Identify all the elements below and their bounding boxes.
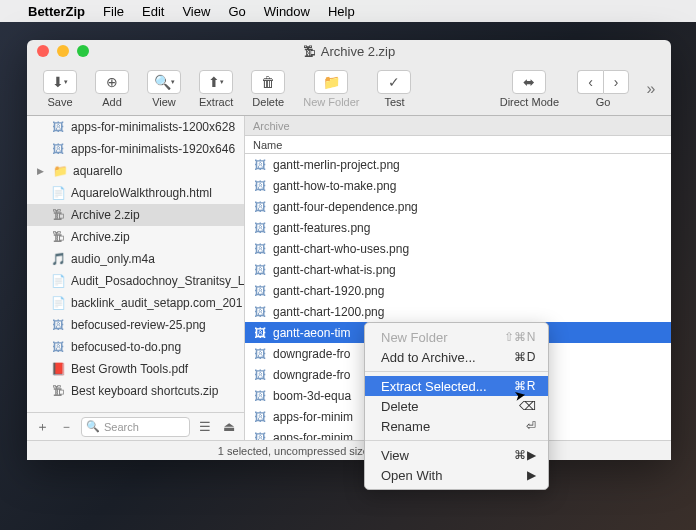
sidebar-item-label: Best keyboard shortcuts.zip bbox=[71, 384, 218, 398]
img-icon: 🖼 bbox=[51, 142, 65, 156]
sidebar-item-label: befocused-review-25.png bbox=[71, 318, 206, 332]
image-icon: 🖼 bbox=[253, 431, 267, 441]
sidebar-item[interactable]: 🗜Best keyboard shortcuts.zip bbox=[27, 380, 244, 402]
sidebar-item[interactable]: 📕Best Growth Tools.pdf bbox=[27, 358, 244, 380]
sidebar-item[interactable]: 📄backlink_audit_setapp.com_201 bbox=[27, 292, 244, 314]
search-input[interactable]: 🔍Search bbox=[81, 417, 190, 437]
window-menu[interactable]: Window bbox=[264, 4, 310, 19]
sidebar-filelist[interactable]: 🖼apps-for-minimalists-1200x628🖼apps-for-… bbox=[27, 116, 244, 412]
sidebar-item-label: Archive.zip bbox=[71, 230, 130, 244]
file-name-label: downgrade-fro bbox=[273, 368, 350, 382]
sidebar-item[interactable]: 🎵audio_only.m4a bbox=[27, 248, 244, 270]
search-icon: 🔍 bbox=[86, 420, 100, 433]
zip-icon: 🗜 bbox=[51, 208, 65, 222]
test-button[interactable]: ✓Test bbox=[369, 68, 419, 110]
file-name-label: gantt-chart-who-uses.png bbox=[273, 242, 409, 256]
add-item-button[interactable]: ＋ bbox=[33, 418, 51, 436]
sidebar-item-label: audio_only.m4a bbox=[71, 252, 155, 266]
delete-button[interactable]: 🗑Delete bbox=[243, 68, 293, 110]
image-icon: 🖼 bbox=[253, 179, 267, 193]
path-bar[interactable]: Archive bbox=[245, 116, 671, 136]
save-button[interactable]: ⬇▾Save bbox=[35, 68, 85, 110]
image-icon: 🖼 bbox=[253, 263, 267, 277]
sidebar-footer: ＋ － 🔍Search ☰ ⏏ bbox=[27, 412, 244, 440]
zoom-button[interactable] bbox=[77, 45, 89, 57]
image-icon: 🖼 bbox=[253, 158, 267, 172]
image-icon: 🖼 bbox=[253, 389, 267, 403]
pdf-icon: 📕 bbox=[51, 362, 65, 376]
column-header-name[interactable]: Name bbox=[245, 136, 671, 154]
img-icon: 🖼 bbox=[51, 120, 65, 134]
file-row[interactable]: 🖼gantt-features.png bbox=[245, 217, 671, 238]
zip-icon: 🗜 bbox=[303, 44, 316, 59]
sidebar-item[interactable]: 📄Audit_Posadochnoy_Stranitsy_L bbox=[27, 270, 244, 292]
file-menu[interactable]: File bbox=[103, 4, 124, 19]
file-name-label: apps-for-minim bbox=[273, 431, 353, 441]
ctx-open-with[interactable]: Open With▶ bbox=[365, 465, 548, 485]
image-icon: 🖼 bbox=[253, 221, 267, 235]
ctx-delete[interactable]: Delete⌫ bbox=[365, 396, 548, 416]
file-name-label: downgrade-fro bbox=[273, 347, 350, 361]
image-icon: 🖼 bbox=[253, 368, 267, 382]
menubar: BetterZip File Edit View Go Window Help bbox=[0, 0, 696, 22]
toolbar: ⬇▾Save ⊕Add 🔍▾View ⬆▾Extract 🗑Delete 📁Ne… bbox=[27, 62, 671, 116]
titlebar[interactable]: 🗜Archive 2.zip bbox=[27, 40, 671, 62]
minimize-button[interactable] bbox=[57, 45, 69, 57]
file-row[interactable]: 🖼gantt-four-dependence.png bbox=[245, 196, 671, 217]
toolbar-overflow[interactable]: » bbox=[639, 77, 663, 101]
go-menu[interactable]: Go bbox=[228, 4, 245, 19]
sidebar-item[interactable]: 🖼befocused-to-do.png bbox=[27, 336, 244, 358]
sidebar-item-label: apps-for-minimalists-1920x646 bbox=[71, 142, 235, 156]
disclosure-triangle-icon[interactable]: ▶ bbox=[37, 166, 47, 176]
ctx-rename[interactable]: Rename⏎ bbox=[365, 416, 548, 436]
img-icon: 🖼 bbox=[51, 318, 65, 332]
view-menu[interactable]: View bbox=[182, 4, 210, 19]
extract-button[interactable]: ⬆▾Extract bbox=[191, 68, 241, 110]
file-row[interactable]: 🖼gantt-merlin-project.png bbox=[245, 154, 671, 175]
go-forward-button[interactable]: › bbox=[603, 70, 629, 94]
ctx-newfolder[interactable]: New Folder⇧⌘N bbox=[365, 327, 548, 347]
newfolder-button[interactable]: 📁New Folder bbox=[295, 68, 367, 110]
sidebar-item[interactable]: 📄AquareloWalkthrough.html bbox=[27, 182, 244, 204]
sidebar-item-label: Audit_Posadochnoy_Stranitsy_L bbox=[71, 274, 244, 288]
image-icon: 🖼 bbox=[253, 200, 267, 214]
sidebar-item-label: Best Growth Tools.pdf bbox=[71, 362, 188, 376]
list-options-icon[interactable]: ☰ bbox=[196, 419, 214, 434]
image-icon: 🖼 bbox=[253, 284, 267, 298]
app-window: 🗜Archive 2.zip ⬇▾Save ⊕Add 🔍▾View ⬆▾Extr… bbox=[27, 40, 671, 460]
ctx-extract-selected[interactable]: Extract Selected...⌘R bbox=[365, 376, 548, 396]
file-row[interactable]: 🖼gantt-chart-what-is.png bbox=[245, 259, 671, 280]
edit-menu[interactable]: Edit bbox=[142, 4, 164, 19]
remove-item-button[interactable]: － bbox=[57, 418, 75, 436]
close-button[interactable] bbox=[37, 45, 49, 57]
file-name-label: gantt-merlin-project.png bbox=[273, 158, 400, 172]
file-row[interactable]: 🖼gantt-chart-1920.png bbox=[245, 280, 671, 301]
sidebar-item-label: Archive 2.zip bbox=[71, 208, 140, 222]
sidebar-item[interactable]: 🗜Archive.zip bbox=[27, 226, 244, 248]
ctx-view[interactable]: View⌘▶ bbox=[365, 445, 548, 465]
doc-icon: 📄 bbox=[51, 274, 65, 288]
app-menu[interactable]: BetterZip bbox=[28, 4, 85, 19]
ctx-add-to-archive[interactable]: Add to Archive...⌘D bbox=[365, 347, 548, 367]
directmode-button[interactable]: ⬌Direct Mode bbox=[492, 68, 567, 110]
help-menu[interactable]: Help bbox=[328, 4, 355, 19]
eject-icon[interactable]: ⏏ bbox=[220, 419, 238, 434]
file-row[interactable]: 🖼gantt-chart-1200.png bbox=[245, 301, 671, 322]
file-row[interactable]: 🖼gantt-how-to-make.png bbox=[245, 175, 671, 196]
file-name-label: gantt-chart-what-is.png bbox=[273, 263, 396, 277]
view-button[interactable]: 🔍▾View bbox=[139, 68, 189, 110]
window-title: Archive 2.zip bbox=[321, 44, 395, 59]
go-back-button[interactable]: ‹ bbox=[577, 70, 603, 94]
file-row[interactable]: 🖼gantt-chart-who-uses.png bbox=[245, 238, 671, 259]
sidebar-item-label: apps-for-minimalists-1200x628 bbox=[71, 120, 235, 134]
add-button[interactable]: ⊕Add bbox=[87, 68, 137, 110]
zip-icon: 🗜 bbox=[51, 230, 65, 244]
sidebar-item[interactable]: ▶📁aquarello bbox=[27, 160, 244, 182]
sidebar-item[interactable]: 🖼apps-for-minimalists-1920x646 bbox=[27, 138, 244, 160]
sidebar-item[interactable]: 🗜Archive 2.zip bbox=[27, 204, 244, 226]
sidebar-item[interactable]: 🖼befocused-review-25.png bbox=[27, 314, 244, 336]
zip-icon: 🗜 bbox=[51, 384, 65, 398]
sidebar-item[interactable]: 🖼apps-for-minimalists-1200x628 bbox=[27, 116, 244, 138]
doc-icon: 📄 bbox=[51, 296, 65, 310]
file-name-label: boom-3d-equa bbox=[273, 389, 351, 403]
